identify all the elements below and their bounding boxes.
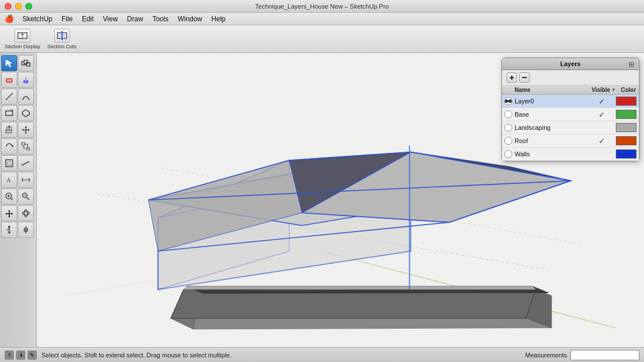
svg-marker-24 [28,129,30,131]
line-tool[interactable] [1,88,17,105]
eraser-tool[interactable] [1,72,17,88]
menu-draw[interactable]: Draw [123,14,147,24]
tape-measure-tool[interactable] [18,155,34,171]
menu-window[interactable]: Window [174,14,206,24]
svg-rect-31 [6,160,13,167]
measurements-input[interactable] [570,350,639,360]
layer-visible-base[interactable]: ✓ [587,110,616,119]
layers-header: Name Visible ▼ Color [502,86,639,95]
svg-line-33 [22,161,29,165]
look-around-tool[interactable] [18,222,34,238]
lt-row-2 [1,72,35,88]
layer-radio-roof[interactable] [504,137,512,145]
rectangle-tool[interactable] [1,105,17,121]
window-title: Technique_Layers_House New – SketchUp Pr… [255,3,389,10]
offset-tool[interactable] [1,155,17,171]
layer-color-layer0[interactable] [616,97,637,106]
layer-color-roof[interactable] [616,136,637,145]
close-button[interactable] [5,3,12,10]
layers-header-color: Color [618,87,639,93]
components-tool[interactable] [18,55,34,71]
paint-tool[interactable] [18,72,34,88]
layer-radio-landscaping[interactable] [504,124,512,132]
svg-marker-16 [22,110,29,117]
remove-layer-button[interactable]: − [519,72,530,83]
text-tool[interactable]: A [1,172,17,188]
layer-visible-roof[interactable]: ✓ [587,137,616,145]
layer-color-base[interactable] [616,110,637,119]
layers-title-bar: Layers ⊞ [502,58,639,70]
status-message: Select objects. Shift to extend select. … [41,352,525,359]
layer-color-landscaping[interactable] [616,123,637,132]
layer-row-base[interactable]: Base ✓ [502,108,639,121]
rotate-tool[interactable] [1,138,17,155]
scale-tool[interactable] [18,138,34,155]
orbit-tool[interactable] [18,205,34,221]
svg-marker-20 [8,125,10,126]
select-tool[interactable] [1,55,17,71]
zoom-tool[interactable] [1,188,17,205]
title-bar: Technique_Layers_House New – SketchUp Pr… [0,0,644,13]
section-cuts-icon [54,29,70,43]
layer-radio-base[interactable] [504,110,512,118]
layer-visible-layer0[interactable]: ✓ [587,97,616,106]
svg-line-44 [26,197,29,200]
maximize-button[interactable] [25,3,32,10]
lt-row-7 [1,155,35,171]
layer-visible-walls[interactable]: ✓ [587,150,616,159]
layer-name-layer0: Layer0 [512,98,587,105]
svg-text:A: A [6,176,11,183]
menu-view[interactable]: View [99,14,122,24]
menu-file[interactable]: File [57,14,76,24]
section-display-button[interactable]: Section Display [5,29,40,49]
dimension-tool[interactable] [18,172,34,188]
layer-radio-layer0[interactable] [504,97,512,105]
svg-marker-21 [25,126,27,128]
measurements-label: Measurements [525,352,567,359]
push-pull-tool[interactable] [1,122,17,138]
window-controls[interactable] [5,3,32,10]
lt-row-6 [1,138,35,155]
layer-row-layer0[interactable]: Layer0 ✓ [502,95,639,108]
svg-marker-62 [171,318,551,329]
lt-row-10 [1,205,35,221]
layer-radio-walls[interactable] [504,150,512,158]
lt-row-1 [1,55,35,71]
menu-help[interactable]: Help [208,14,230,24]
layer-color-walls[interactable] [616,149,637,159]
svg-line-40 [10,198,13,200]
layers-header-visible: Visible ▼ [589,87,618,93]
polygon-tool[interactable] [18,105,34,121]
layer-row-roof[interactable]: Roof ✓ [502,134,639,148]
pan-tool[interactable] [1,205,17,221]
walk-tool[interactable] [1,222,17,238]
layer-row-walls[interactable]: Walls ✓ [502,148,639,161]
layer-name-roof: Roof [512,137,587,144]
menu-tools[interactable]: Tools [148,14,172,24]
layers-table: Name Visible ▼ Color Layer0 ✓ [502,86,639,161]
svg-marker-5 [6,60,12,67]
status-icon-2: ℹ [16,351,25,360]
svg-rect-32 [7,161,11,165]
menu-edit[interactable]: Edit [78,14,98,24]
layers-panel: Layers ⊞ + − Name Visible ▼ Color [501,57,639,161]
add-layer-button[interactable]: + [507,72,517,83]
arc-tool[interactable] [18,88,34,105]
section-display-label: Section Display [5,44,40,49]
minimize-button[interactable] [15,3,22,10]
svg-rect-11 [25,77,26,82]
layer-row-landscaping[interactable]: Landscaping ✓ [502,121,639,134]
layers-controls: + − [502,70,639,86]
resize-icon[interactable]: ⊞ [628,60,634,68]
svg-rect-7 [24,60,28,64]
svg-line-50 [7,229,9,230]
menu-sketchup[interactable]: SketchUp [18,14,56,24]
svg-line-52 [9,232,10,233]
section-cuts-button[interactable]: Section Cuts [47,29,76,49]
move-tool[interactable] [18,122,34,138]
apple-menu-icon[interactable]: 🍎 [5,14,14,23]
layer-visible-landscaping[interactable]: ✓ [587,124,616,132]
canvas-area[interactable]: Layers ⊞ + − Name Visible ▼ Color [37,53,644,347]
zoom-window-tool[interactable] [18,188,34,205]
sort-arrow[interactable]: ▼ [611,87,616,93]
